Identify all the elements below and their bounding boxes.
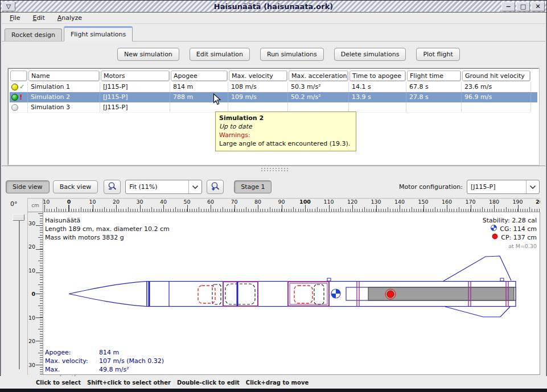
launch-lug-1[interactable] — [327, 278, 331, 281]
h-ruler-label-100: 100 — [299, 199, 311, 205]
cell-max-velocity: 108 m/s — [228, 82, 288, 92]
nose-cone[interactable] — [69, 282, 147, 307]
column-header-max-acceleration[interactable]: Max. acceleration — [289, 71, 348, 81]
column-header-status[interactable] — [10, 71, 27, 81]
cell-max-acceleration: 50.3 m/s² — [288, 82, 349, 92]
h-ruler-label-90: 90 — [278, 199, 285, 205]
cell-name: Simulation 2 — [28, 92, 100, 102]
cg-marker-icon — [331, 289, 340, 298]
v-ruler-label--20: -20 — [27, 244, 35, 250]
cell-name: Simulation 3 — [28, 102, 100, 113]
stability-info-block: Stability: 2.28 cal CG: 114 cm CP: 137 c… — [483, 216, 537, 250]
simulation-tooltip: Simulation 2 Up to date Warnings: Large … — [215, 112, 356, 151]
chevron-down-icon — [188, 180, 201, 193]
minimize-icon: − — [505, 3, 511, 10]
desktop-strip — [0, 389, 547, 392]
maximize-button[interactable]: □ — [516, 2, 530, 11]
divider-grip-icon[interactable] — [261, 168, 289, 172]
run-simulations-button[interactable]: Run simulations — [260, 48, 324, 61]
mach-condition: at M=0.30 — [483, 242, 537, 250]
cell-time-to-apogee: 14.1 s — [349, 82, 406, 92]
split-divider[interactable] — [2, 166, 545, 172]
motor-configuration-value: [J115-P] — [467, 183, 526, 191]
simulation-button-row: New simulationEdit simulationRun simulat… — [117, 48, 460, 61]
cell-ground-hit-velocity: 96.9 m/s — [462, 92, 531, 102]
h-ruler-label-170: 170 — [465, 199, 475, 205]
table-row-simulation-2[interactable]: !Simulation 2[J115-P]788 m109 m/s50.2 m/… — [10, 92, 537, 102]
status-cell: ✓ — [10, 82, 28, 92]
rocket-mass: Mass with motors 3832 g — [45, 233, 170, 242]
menu-edit[interactable]: Edit — [31, 14, 46, 22]
zoom-out-button[interactable] — [104, 180, 121, 194]
ruler-unit-box: cm — [27, 198, 43, 212]
chevron-down-icon — [526, 180, 539, 193]
cell-motors: [J115-P] — [100, 92, 170, 102]
cell-motors: [J115-P] — [100, 82, 170, 92]
hint-shift-click-to-select-other: Shift+click to select other — [87, 379, 171, 386]
table-row-simulation-1[interactable]: ✓Simulation 1[J115-P]814 m108 m/s50.3 m/… — [10, 82, 537, 92]
delete-simulations-button[interactable]: Delete simulations — [334, 48, 406, 61]
table-body: ✓Simulation 1[J115-P]814 m108 m/s50.3 m/… — [10, 82, 537, 113]
cell-max-velocity: 109 m/s — [228, 92, 288, 102]
flight-info-value: 107 m/s (Mach 0.32) — [99, 357, 164, 365]
warning-icon: ! — [19, 94, 22, 101]
cell-flight-time: 27.8 s — [406, 92, 462, 102]
flight-info-label: Max. velocity: — [45, 357, 99, 365]
checkmark-icon: ✓ — [19, 84, 24, 90]
zoom-fit-select[interactable]: Fit (11%) — [125, 180, 202, 194]
column-header-time-to-apogee[interactable]: Time to apogee — [349, 71, 406, 81]
close-button[interactable]: ✕ — [531, 2, 545, 11]
column-header-flight-time[interactable]: Flight time — [407, 71, 461, 81]
back-view-button[interactable]: Back view — [53, 180, 98, 193]
edit-simulation-button[interactable]: Edit simulation — [190, 48, 250, 61]
status-ball-yellow-icon — [11, 84, 18, 90]
flight-info-value: 814 m — [99, 348, 164, 357]
fin-bottom[interactable] — [445, 307, 510, 317]
menu-analyze[interactable]: Analyze — [56, 14, 84, 22]
column-header-name[interactable]: Name — [28, 71, 100, 81]
column-header-motors[interactable]: Motors — [101, 71, 170, 81]
menu-file[interactable]: File — [8, 14, 22, 22]
table-header-row: NameMotorsApogeeMax. velocityMax. accele… — [10, 70, 537, 82]
rotation-slider-handle[interactable] — [13, 214, 24, 221]
stage-1-toggle[interactable]: Stage 1 — [234, 180, 272, 193]
rotation-slider-track[interactable] — [19, 217, 20, 369]
minimize-button[interactable]: − — [501, 2, 515, 11]
h-ruler-label-150: 150 — [418, 199, 428, 205]
cell-time-to-apogee: 13.9 s — [349, 92, 406, 102]
launch-lug-2[interactable] — [500, 278, 504, 281]
window-menu-button[interactable]: ▽ — [2, 2, 15, 11]
column-header-ground-hit-velocity[interactable]: Ground hit velocity — [462, 71, 530, 81]
cg-icon — [491, 225, 497, 233]
tab-bar: Rocket designFlight simulations — [2, 25, 545, 42]
h-ruler-label-190: 190 — [512, 199, 523, 205]
hint-click-to-select: Click to select — [36, 379, 81, 386]
status-cell: ! — [10, 92, 28, 102]
side-view-button[interactable]: Side view — [6, 180, 50, 193]
v-ruler-label-0: 0 — [31, 291, 35, 297]
cp-value: CP: 137 cm — [501, 233, 537, 242]
fin-top[interactable] — [443, 256, 511, 281]
tab-flight-simulations[interactable]: Flight simulations — [64, 26, 133, 42]
h-ruler-label-200: 200 — [536, 199, 540, 205]
rocket-dimensions: Length 189 cm, max. diameter 10.2 cm — [45, 225, 170, 233]
column-header-apogee[interactable]: Apogee — [171, 71, 228, 81]
horizontal-ruler: -100102030405060708090100110120130140150… — [43, 198, 540, 212]
v-ruler-label-30: 30 — [28, 361, 35, 368]
zoom-fit-value: Fit (11%) — [126, 183, 188, 191]
title-bar[interactable]: ▽ Haisunäätä (haisunaata.ork) − □ ✕ — [1, 1, 546, 13]
tooltip-title: Simulation 2 — [219, 114, 352, 122]
new-simulation-button[interactable]: New simulation — [117, 48, 179, 61]
ruler-unit-label: cm — [31, 203, 39, 208]
cell-flight-time: 67.8 s — [406, 82, 462, 92]
motor-configuration-select[interactable]: [J115-P] — [467, 180, 540, 194]
plot-flight-button[interactable]: Plot flight — [416, 48, 459, 61]
window-title: Haisunäätä (haisunaata.ork) — [1, 2, 546, 11]
column-header-max-velocity[interactable]: Max. velocity — [229, 71, 287, 81]
h-ruler-label-160: 160 — [442, 199, 452, 205]
h-ruler-label-50: 50 — [183, 199, 190, 205]
v-ruler-label--30: -30 — [27, 220, 35, 226]
tab-rocket-design[interactable]: Rocket design — [5, 28, 62, 41]
cell-motors: [J115-P] — [100, 102, 170, 113]
zoom-in-button[interactable] — [207, 180, 224, 194]
